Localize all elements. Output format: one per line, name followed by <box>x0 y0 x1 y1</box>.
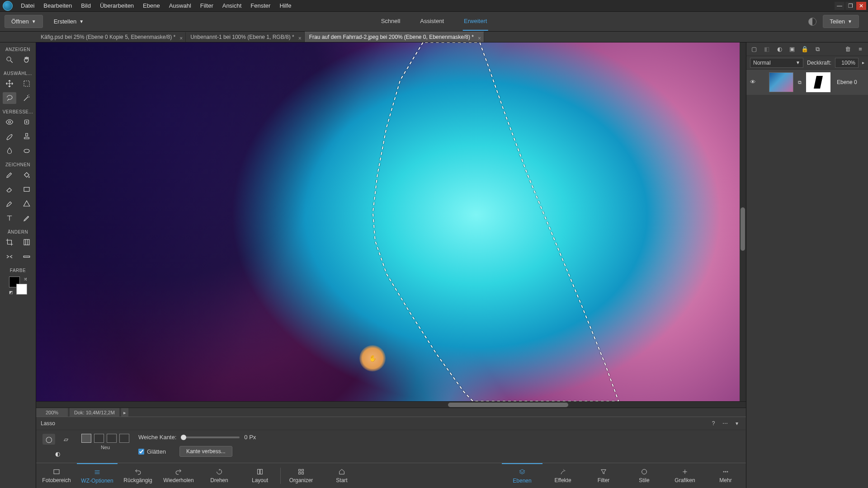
eraser-tool-icon[interactable] <box>3 183 16 195</box>
lasso-variant-freehand-icon[interactable]: ◯ <box>42 434 55 445</box>
marquee-tool-icon[interactable] <box>20 78 33 89</box>
nav-ebenen[interactable]: Ebenen <box>502 463 542 488</box>
antialias-input[interactable] <box>138 449 144 455</box>
recompose-tool-icon[interactable] <box>20 236 33 248</box>
lasso-variant-magnetic-icon[interactable]: ◐ <box>51 448 64 459</box>
mode-expert[interactable]: Erweitert <box>463 12 488 31</box>
nav-redo[interactable]: Wiederholen <box>158 463 199 488</box>
smart-brush-tool-icon[interactable] <box>3 131 16 142</box>
shape-tool-icon[interactable] <box>20 198 33 210</box>
blur-tool-icon[interactable] <box>3 145 16 157</box>
hand-tool-icon[interactable] <box>20 54 33 66</box>
nav-grafiken[interactable]: Grafiken <box>665 463 705 488</box>
opacity-input[interactable]: 100% <box>835 58 859 68</box>
paint-bucket-tool-icon[interactable] <box>20 169 33 181</box>
layer-thumbnail[interactable] <box>769 72 793 92</box>
zoom-tool-icon[interactable] <box>3 54 16 66</box>
menu-auswahl[interactable]: Auswahl <box>165 0 196 12</box>
magic-wand-tool-icon[interactable] <box>20 92 33 104</box>
menu-hilfe[interactable]: Hilfe <box>275 0 296 12</box>
status-menu-icon[interactable]: ▸ <box>121 408 128 417</box>
open-button[interactable]: Öffnen ▼ <box>5 15 43 28</box>
lasso-variant-polygon-icon[interactable]: ▱ <box>60 434 72 445</box>
layer-group-icon[interactable]: ◧ <box>763 45 771 53</box>
close-tab-icon[interactable]: × <box>478 33 481 43</box>
nav-layout[interactable]: Layout <box>240 463 280 488</box>
sponge-tool-icon[interactable] <box>20 145 33 157</box>
layer-mask-thumbnail[interactable] <box>806 72 830 92</box>
doc-tab-0[interactable]: Käfig.psd bei 25% (Ebene 0 Kopie 5, Eben… <box>36 32 186 42</box>
nav-stile[interactable]: Stile <box>624 463 665 488</box>
color-swatches[interactable]: ⤭ ◩ <box>9 277 27 295</box>
menu-filter[interactable]: Filter <box>196 0 218 12</box>
layer-mask-icon[interactable]: ▣ <box>788 45 796 53</box>
zoom-level[interactable]: 200% <box>36 408 68 417</box>
swap-colors-icon[interactable]: ⤭ <box>24 277 27 282</box>
refine-edge-button[interactable]: Kante verbess... <box>179 446 232 457</box>
nav-undo[interactable]: Rückgängig <box>118 463 158 488</box>
selection-add-icon[interactable] <box>94 434 104 443</box>
link-layers-icon[interactable]: ⧉ <box>813 45 821 53</box>
eyedropper-tool-icon[interactable] <box>3 198 16 210</box>
layer-visibility-icon[interactable]: 👁 <box>750 79 757 86</box>
mode-quick[interactable]: Schnell <box>380 12 401 31</box>
menu-ebene[interactable]: Ebene <box>138 0 165 12</box>
selection-intersect-icon[interactable] <box>119 434 129 443</box>
eye-tool-icon[interactable] <box>3 116 16 128</box>
doc-tab-1[interactable]: Unbenannt-1 bei 100% (Ebene 1, RGB/8) *× <box>186 32 304 42</box>
gradient-tool-icon[interactable] <box>20 183 33 195</box>
adjustment-layer-icon[interactable]: ◐ <box>775 45 783 53</box>
default-colors-icon[interactable]: ◩ <box>9 290 13 295</box>
menu-ueberarbeiten[interactable]: Überarbeiten <box>95 0 138 12</box>
lock-layer-icon[interactable]: 🔒 <box>801 45 809 53</box>
window-minimize-icon[interactable]: — <box>835 2 844 10</box>
layer-row[interactable]: 👁 ⧉ Ebene 0 <box>746 70 868 95</box>
stamp-tool-icon[interactable] <box>20 131 33 142</box>
nav-start[interactable]: Start <box>321 463 362 488</box>
antialias-checkbox[interactable]: Glätten <box>138 448 166 455</box>
nav-organizer[interactable]: Organizer <box>281 463 321 488</box>
close-tab-icon[interactable]: × <box>298 33 302 43</box>
menu-bearbeiten[interactable]: Bearbeiten <box>39 0 76 12</box>
menu-fenster[interactable]: Fenster <box>246 0 275 12</box>
scrollbar-thumb[interactable] <box>741 207 745 250</box>
panel-menu-icon[interactable]: ⋯ <box>721 419 730 428</box>
nav-fotobereich[interactable]: Fotobereich <box>36 463 77 488</box>
chevron-down-icon[interactable]: ▸ <box>862 60 864 65</box>
nav-wz-optionen[interactable]: WZ-Optionen <box>77 463 118 488</box>
scrollbar-thumb[interactable] <box>448 403 569 407</box>
share-button[interactable]: Teilen ▼ <box>823 15 859 28</box>
blend-mode-select[interactable]: Normal ▼ <box>750 58 803 68</box>
panel-menu-icon[interactable]: ≡ <box>856 45 864 53</box>
close-tab-icon[interactable]: × <box>179 33 183 43</box>
content-move-tool-icon[interactable] <box>3 251 16 263</box>
doc-tab-2[interactable]: Frau auf dem Fahrrad-2.jpeg bei 200% (Eb… <box>305 32 484 42</box>
menu-ansicht[interactable]: Ansicht <box>218 0 246 12</box>
menu-datei[interactable]: Datei <box>16 0 39 12</box>
collapse-panel-icon[interactable]: ▾ <box>732 419 741 428</box>
vertical-scrollbar[interactable] <box>740 42 746 401</box>
mask-link-icon[interactable]: ⧉ <box>797 80 802 85</box>
delete-layer-icon[interactable]: 🗑 <box>844 45 852 53</box>
feather-slider[interactable] <box>181 436 240 438</box>
move-tool-icon[interactable] <box>3 78 16 89</box>
pencil-tool-icon[interactable] <box>20 212 33 224</box>
document-size[interactable]: Dok: 10,4M/12,2M <box>70 408 119 417</box>
layer-name[interactable]: Ebene 0 <box>837 79 857 85</box>
selection-subtract-icon[interactable] <box>107 434 117 443</box>
create-button[interactable]: Erstellen ▼ <box>47 15 90 28</box>
window-close-icon[interactable]: ✕ <box>856 2 866 10</box>
mode-guided[interactable]: Assistent <box>419 12 445 31</box>
window-restore-icon[interactable]: ❐ <box>845 2 855 10</box>
new-layer-icon[interactable]: ▢ <box>750 45 758 53</box>
lasso-tool-icon[interactable] <box>3 92 16 104</box>
nav-mehr[interactable]: Mehr <box>705 463 746 488</box>
nav-effekte[interactable]: Effekte <box>542 463 583 488</box>
crop-tool-icon[interactable] <box>3 236 16 248</box>
nav-filter[interactable]: Filter <box>583 463 624 488</box>
straighten-tool-icon[interactable] <box>20 251 33 263</box>
spot-heal-tool-icon[interactable] <box>20 116 33 128</box>
nav-rotate[interactable]: Drehen <box>199 463 240 488</box>
text-tool-icon[interactable] <box>3 212 16 224</box>
horizontal-scrollbar[interactable] <box>36 401 746 408</box>
